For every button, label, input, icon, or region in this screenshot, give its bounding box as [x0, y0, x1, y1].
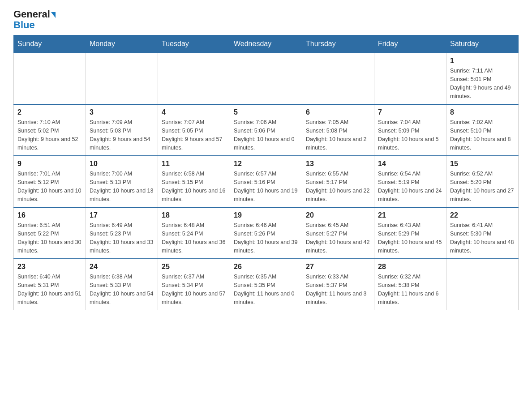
- calendar-cell: [158, 53, 230, 104]
- calendar-header-row: SundayMondayTuesdayWednesdayThursdayFrid…: [14, 35, 519, 53]
- day-number: 19: [234, 211, 298, 219]
- day-info: Sunrise: 6:48 AM Sunset: 5:24 PM Dayligh…: [162, 221, 226, 255]
- calendar-cell: 5Sunrise: 7:06 AM Sunset: 5:06 PM Daylig…: [230, 104, 302, 156]
- day-number: 12: [234, 160, 298, 168]
- calendar-cell: 21Sunrise: 6:43 AM Sunset: 5:29 PM Dayli…: [374, 207, 446, 259]
- day-info: Sunrise: 6:37 AM Sunset: 5:34 PM Dayligh…: [162, 273, 226, 306]
- day-number: 16: [17, 211, 82, 219]
- calendar-cell: [302, 53, 374, 104]
- weekday-header-wednesday: Wednesday: [230, 35, 302, 53]
- calendar-cell: [374, 53, 446, 104]
- calendar-cell: 16Sunrise: 6:51 AM Sunset: 5:22 PM Dayli…: [14, 207, 86, 259]
- day-info: Sunrise: 7:10 AM Sunset: 5:02 PM Dayligh…: [17, 118, 82, 152]
- calendar-table: SundayMondayTuesdayWednesdayThursdayFrid…: [13, 35, 519, 310]
- day-info: Sunrise: 6:51 AM Sunset: 5:22 PM Dayligh…: [17, 221, 82, 255]
- day-info: Sunrise: 7:01 AM Sunset: 5:12 PM Dayligh…: [17, 170, 82, 203]
- day-info: Sunrise: 7:07 AM Sunset: 5:05 PM Dayligh…: [162, 118, 226, 152]
- week-row-1: 1Sunrise: 7:11 AM Sunset: 5:01 PM Daylig…: [14, 53, 519, 104]
- day-info: Sunrise: 7:00 AM Sunset: 5:13 PM Dayligh…: [90, 170, 154, 203]
- day-number: 27: [306, 263, 370, 271]
- day-number: 14: [378, 160, 442, 168]
- day-info: Sunrise: 7:05 AM Sunset: 5:08 PM Dayligh…: [306, 118, 370, 152]
- day-number: 7: [378, 108, 442, 116]
- day-number: 6: [306, 108, 370, 116]
- weekday-header-monday: Monday: [86, 35, 158, 53]
- day-number: 4: [162, 108, 226, 116]
- day-info: Sunrise: 6:57 AM Sunset: 5:16 PM Dayligh…: [234, 170, 298, 203]
- day-number: 20: [306, 211, 370, 219]
- day-number: 22: [450, 211, 515, 219]
- day-number: 28: [378, 263, 442, 271]
- calendar-cell: [86, 53, 158, 104]
- day-number: 24: [90, 263, 154, 271]
- calendar-cell: 4Sunrise: 7:07 AM Sunset: 5:05 PM Daylig…: [158, 104, 230, 156]
- day-info: Sunrise: 7:11 AM Sunset: 5:01 PM Dayligh…: [450, 67, 515, 100]
- calendar-cell: 18Sunrise: 6:48 AM Sunset: 5:24 PM Dayli…: [158, 207, 230, 259]
- calendar-cell: 8Sunrise: 7:02 AM Sunset: 5:10 PM Daylig…: [446, 104, 519, 156]
- calendar-cell: [446, 259, 519, 310]
- calendar-cell: 17Sunrise: 6:49 AM Sunset: 5:23 PM Dayli…: [86, 207, 158, 259]
- day-info: Sunrise: 6:35 AM Sunset: 5:35 PM Dayligh…: [234, 273, 298, 306]
- calendar-cell: 9Sunrise: 7:01 AM Sunset: 5:12 PM Daylig…: [14, 156, 86, 207]
- day-info: Sunrise: 6:55 AM Sunset: 5:17 PM Dayligh…: [306, 170, 370, 203]
- day-info: Sunrise: 6:40 AM Sunset: 5:31 PM Dayligh…: [17, 273, 82, 306]
- day-info: Sunrise: 6:49 AM Sunset: 5:23 PM Dayligh…: [90, 221, 154, 255]
- day-number: 25: [162, 263, 226, 271]
- calendar-cell: 24Sunrise: 6:38 AM Sunset: 5:33 PM Dayli…: [86, 259, 158, 310]
- day-info: Sunrise: 6:52 AM Sunset: 5:20 PM Dayligh…: [450, 170, 515, 203]
- calendar-cell: 14Sunrise: 6:54 AM Sunset: 5:19 PM Dayli…: [374, 156, 446, 207]
- week-row-5: 23Sunrise: 6:40 AM Sunset: 5:31 PM Dayli…: [14, 259, 519, 310]
- day-info: Sunrise: 6:45 AM Sunset: 5:27 PM Dayligh…: [306, 221, 370, 255]
- calendar-cell: 1Sunrise: 7:11 AM Sunset: 5:01 PM Daylig…: [446, 53, 519, 104]
- day-number: 11: [162, 160, 226, 168]
- calendar-cell: 27Sunrise: 6:33 AM Sunset: 5:37 PM Dayli…: [302, 259, 374, 310]
- logo-text: General Blue: [13, 9, 56, 30]
- calendar-cell: 22Sunrise: 6:41 AM Sunset: 5:30 PM Dayli…: [446, 207, 519, 259]
- logo: General Blue: [13, 9, 56, 30]
- day-info: Sunrise: 6:58 AM Sunset: 5:15 PM Dayligh…: [162, 170, 226, 203]
- day-number: 8: [450, 108, 515, 116]
- day-number: 15: [450, 160, 515, 168]
- day-info: Sunrise: 6:32 AM Sunset: 5:38 PM Dayligh…: [378, 273, 442, 306]
- logo-triangle-icon: [51, 12, 56, 18]
- calendar-cell: [14, 53, 86, 104]
- day-info: Sunrise: 7:09 AM Sunset: 5:03 PM Dayligh…: [90, 118, 154, 152]
- day-info: Sunrise: 6:46 AM Sunset: 5:26 PM Dayligh…: [234, 221, 298, 255]
- calendar-cell: 2Sunrise: 7:10 AM Sunset: 5:02 PM Daylig…: [14, 104, 86, 156]
- day-number: 5: [234, 108, 298, 116]
- day-number: 13: [306, 160, 370, 168]
- week-row-4: 16Sunrise: 6:51 AM Sunset: 5:22 PM Dayli…: [14, 207, 519, 259]
- calendar-cell: 25Sunrise: 6:37 AM Sunset: 5:34 PM Dayli…: [158, 259, 230, 310]
- day-number: 2: [17, 108, 82, 116]
- day-number: 23: [17, 263, 82, 271]
- day-info: Sunrise: 6:54 AM Sunset: 5:19 PM Dayligh…: [378, 170, 442, 203]
- calendar-cell: 7Sunrise: 7:04 AM Sunset: 5:09 PM Daylig…: [374, 104, 446, 156]
- calendar-cell: 12Sunrise: 6:57 AM Sunset: 5:16 PM Dayli…: [230, 156, 302, 207]
- day-number: 21: [378, 211, 442, 219]
- day-info: Sunrise: 6:41 AM Sunset: 5:30 PM Dayligh…: [450, 221, 515, 255]
- day-number: 10: [90, 160, 154, 168]
- calendar-cell: 26Sunrise: 6:35 AM Sunset: 5:35 PM Dayli…: [230, 259, 302, 310]
- weekday-header-thursday: Thursday: [302, 35, 374, 53]
- day-info: Sunrise: 7:02 AM Sunset: 5:10 PM Dayligh…: [450, 118, 515, 152]
- day-info: Sunrise: 6:38 AM Sunset: 5:33 PM Dayligh…: [90, 273, 154, 306]
- calendar-cell: 23Sunrise: 6:40 AM Sunset: 5:31 PM Dayli…: [14, 259, 86, 310]
- weekday-header-saturday: Saturday: [446, 35, 519, 53]
- weekday-header-tuesday: Tuesday: [158, 35, 230, 53]
- calendar-cell: 10Sunrise: 7:00 AM Sunset: 5:13 PM Dayli…: [86, 156, 158, 207]
- day-info: Sunrise: 7:04 AM Sunset: 5:09 PM Dayligh…: [378, 118, 442, 152]
- weekday-header-sunday: Sunday: [14, 35, 86, 53]
- day-number: 1: [450, 57, 515, 65]
- day-number: 3: [90, 108, 154, 116]
- weekday-header-friday: Friday: [374, 35, 446, 53]
- day-info: Sunrise: 6:33 AM Sunset: 5:37 PM Dayligh…: [306, 273, 370, 306]
- day-info: Sunrise: 6:43 AM Sunset: 5:29 PM Dayligh…: [378, 221, 442, 255]
- calendar-cell: 6Sunrise: 7:05 AM Sunset: 5:08 PM Daylig…: [302, 104, 374, 156]
- week-row-3: 9Sunrise: 7:01 AM Sunset: 5:12 PM Daylig…: [14, 156, 519, 207]
- day-number: 18: [162, 211, 226, 219]
- calendar-cell: [230, 53, 302, 104]
- calendar-cell: 15Sunrise: 6:52 AM Sunset: 5:20 PM Dayli…: [446, 156, 519, 207]
- calendar-cell: 11Sunrise: 6:58 AM Sunset: 5:15 PM Dayli…: [158, 156, 230, 207]
- calendar-cell: 28Sunrise: 6:32 AM Sunset: 5:38 PM Dayli…: [374, 259, 446, 310]
- day-info: Sunrise: 7:06 AM Sunset: 5:06 PM Dayligh…: [234, 118, 298, 152]
